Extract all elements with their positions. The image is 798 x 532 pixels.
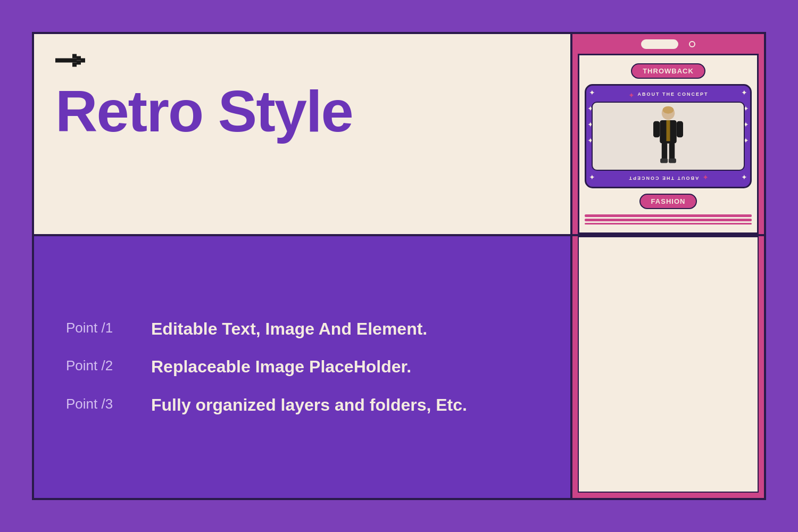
sparkle-icon: ✦ (741, 88, 747, 97)
fashion-figure (650, 106, 687, 167)
bottom-section: Point /1 Editable Text, Image And Elemen… (34, 236, 764, 498)
point-text-3: Fully organized layers and folders, Etc. (151, 394, 467, 417)
fashion-image-placeholder (592, 102, 745, 171)
phone-bottom (572, 236, 764, 498)
svg-rect-2 (64, 59, 68, 63)
point-label-2: Point /2 (66, 356, 130, 374)
star-icon: ✦ (628, 91, 635, 99)
fashion-badge: FASHION (639, 194, 697, 209)
phone-screen: THROWBACK ✦ ✦ ✦ ✦ ✦ ✦ ✦ ✦ ✦ ✦ ✦ (578, 54, 759, 234)
top-section: Retro Style THROWBACK ✦ ✦ ✦ ✦ ✦ ✦ (34, 34, 764, 236)
sparkle-icon: ✦ (589, 88, 595, 97)
point-item-3: Point /3 Fully organized layers and fold… (66, 394, 549, 417)
pink-line-2 (585, 219, 752, 221)
svg-rect-13 (667, 120, 670, 140)
throwback-badge: THROWBACK (631, 63, 705, 79)
svg-rect-18 (653, 121, 660, 137)
about-concept-bottom-label: ABOUT THE CONCEPT (628, 176, 699, 181)
svg-rect-4 (72, 54, 77, 59)
point-text-2: Replaceable Image PlaceHolder. (151, 356, 411, 378)
svg-rect-8 (77, 61, 81, 65)
about-concept-label: ABOUT THE CONCEPT (638, 92, 709, 97)
point-item-2: Point /2 Replaceable Image PlaceHolder. (66, 356, 549, 378)
svg-rect-1 (60, 59, 64, 63)
pink-line-3 (585, 223, 752, 225)
point-item-1: Point /1 Editable Text, Image And Elemen… (66, 318, 549, 340)
svg-rect-9 (81, 59, 85, 63)
svg-rect-5 (72, 59, 77, 63)
svg-rect-19 (677, 121, 683, 137)
svg-rect-16 (660, 158, 668, 163)
star-icon-bottom: ✦ (702, 173, 709, 181)
point-label-3: Point /3 (66, 394, 130, 412)
main-container: Retro Style THROWBACK ✦ ✦ ✦ ✦ ✦ ✦ (32, 32, 766, 500)
svg-point-11 (663, 106, 674, 113)
pixel-arrow-icon (55, 50, 87, 71)
pink-line-1 (585, 214, 752, 217)
svg-rect-3 (68, 59, 72, 63)
svg-rect-7 (77, 56, 81, 61)
svg-rect-6 (72, 63, 77, 67)
phone-bottom-screen (578, 236, 759, 493)
phone-status-bar (572, 34, 764, 54)
phone-camera (689, 41, 695, 47)
svg-rect-17 (669, 158, 676, 163)
point-label-1: Point /1 (66, 318, 130, 336)
page-title: Retro Style (55, 82, 549, 140)
phone-mockup: THROWBACK ✦ ✦ ✦ ✦ ✦ ✦ ✦ ✦ ✦ ✦ ✦ (572, 34, 764, 234)
top-left-panel: Retro Style (34, 34, 572, 234)
fashion-card: ✦ ✦ ✦ ✦ ✦ ✦ ✦ ✦ ✦ ✦ ✦ ABOUT THE CONCEPT (585, 84, 752, 188)
decorative-lines (585, 214, 752, 225)
bottom-left-panel: Point /1 Editable Text, Image And Elemen… (34, 236, 572, 498)
point-text-1: Editable Text, Image And Element. (151, 318, 427, 340)
phone-pill (641, 39, 678, 49)
svg-rect-0 (55, 59, 60, 63)
